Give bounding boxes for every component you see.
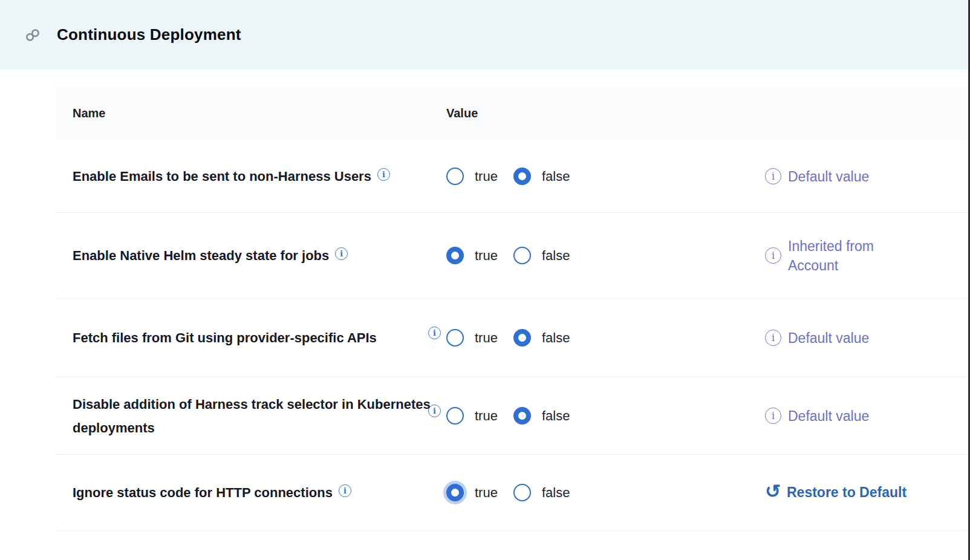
restore-to-default-label: Restore to Default	[787, 484, 907, 501]
radio-option-false[interactable]: false	[513, 168, 570, 185]
status-label: Default value	[788, 406, 869, 426]
radio-option-false[interactable]: false	[513, 484, 570, 501]
setting-value: true false	[431, 484, 751, 501]
settings-table: Name Value Enable Emails to be sent to n…	[56, 86, 968, 531]
status: Inherited from Account	[751, 236, 968, 275]
setting-name: Ignore status code for HTTP connections	[73, 481, 431, 504]
radio-option-true[interactable]: true	[446, 407, 498, 425]
setting-value: true false	[431, 247, 751, 264]
status: Restore to Default	[751, 483, 968, 502]
table-row: Disable addition of Harness track select…	[56, 377, 968, 455]
info-icon[interactable]	[377, 168, 390, 181]
radio-label-false: false	[542, 408, 570, 424]
radio-button-true[interactable]	[446, 168, 464, 185]
setting-label: Enable Emails to be sent to non-Harness …	[73, 169, 371, 184]
radio-option-false[interactable]: false	[513, 247, 570, 264]
radio-label-false: false	[542, 485, 570, 501]
info-icon[interactable]	[428, 327, 441, 339]
info-icon[interactable]	[428, 405, 441, 417]
status: Default value	[751, 167, 968, 186]
setting-name: Fetch files from Git using provider-spec…	[73, 326, 431, 350]
radio-button-true[interactable]	[446, 484, 464, 501]
setting-value: true false	[431, 407, 751, 425]
setting-value: true false	[431, 168, 751, 185]
status: Default value	[751, 328, 968, 348]
setting-name: Enable Native Helm steady state for jobs	[73, 244, 431, 267]
table-row: Fetch files from Git using provider-spec…	[56, 299, 968, 377]
radio-button-false[interactable]	[513, 329, 531, 347]
status: Default value	[751, 406, 968, 426]
radio-label-true: true	[475, 248, 498, 264]
radio-label-true: true	[475, 330, 498, 346]
radio-label-true: true	[475, 485, 498, 501]
section-header: Continuous Deployment	[0, 0, 970, 70]
radio-label-false: false	[542, 248, 570, 264]
radio-option-true[interactable]: true	[446, 329, 498, 347]
table-header-row: Name Value	[56, 86, 968, 140]
table-row: Enable Native Helm steady state for jobs…	[56, 213, 968, 299]
radio-option-true[interactable]: true	[446, 484, 498, 501]
table-row: Ignore status code for HTTP connections …	[56, 455, 968, 531]
radio-option-true[interactable]: true	[446, 247, 498, 264]
info-icon[interactable]	[765, 330, 781, 346]
info-icon[interactable]	[765, 247, 781, 264]
restore-to-default-button[interactable]: Restore to Default	[765, 483, 907, 502]
radio-option-false[interactable]: false	[513, 407, 570, 425]
setting-name: Enable Emails to be sent to non-Harness …	[73, 164, 431, 188]
radio-button-true[interactable]	[446, 407, 464, 425]
setting-label: Ignore status code for HTTP connections	[73, 485, 333, 500]
setting-label: Disable addition of Harness track select…	[73, 397, 431, 435]
radio-button-false[interactable]	[513, 407, 531, 425]
radio-label-false: false	[542, 169, 570, 184]
status-label: Default value	[788, 328, 869, 348]
info-icon[interactable]	[765, 408, 781, 424]
radio-label-true: true	[475, 169, 498, 184]
status-label: Default value	[788, 167, 869, 186]
radio-button-false[interactable]	[513, 168, 531, 185]
link-icon[interactable]	[24, 26, 42, 44]
radio-option-false[interactable]: false	[513, 329, 570, 347]
setting-label: Fetch files from Git using provider-spec…	[73, 330, 377, 345]
setting-value: true false	[431, 329, 751, 347]
column-header-name: Name	[73, 106, 431, 120]
radio-button-true[interactable]	[446, 329, 464, 347]
settings-page: Continuous Deployment Name Value Enable …	[0, 0, 970, 560]
radio-label-false: false	[542, 330, 570, 346]
info-icon[interactable]	[765, 168, 781, 184]
table-row: Enable Emails to be sent to non-Harness …	[56, 140, 968, 213]
info-icon[interactable]	[339, 484, 351, 497]
column-header-value: Value	[431, 106, 478, 120]
setting-label: Enable Native Helm steady state for jobs	[73, 248, 329, 263]
radio-button-false[interactable]	[513, 484, 531, 501]
radio-option-true[interactable]: true	[446, 168, 498, 185]
radio-button-true[interactable]	[446, 247, 464, 264]
radio-button-false[interactable]	[513, 247, 531, 264]
info-icon[interactable]	[335, 247, 348, 260]
status-label: Inherited from Account	[788, 236, 915, 275]
radio-label-true: true	[475, 408, 498, 424]
setting-name: Disable addition of Harness track select…	[73, 392, 431, 440]
restore-icon[interactable]	[765, 482, 781, 501]
page-title: Continuous Deployment	[57, 25, 241, 44]
